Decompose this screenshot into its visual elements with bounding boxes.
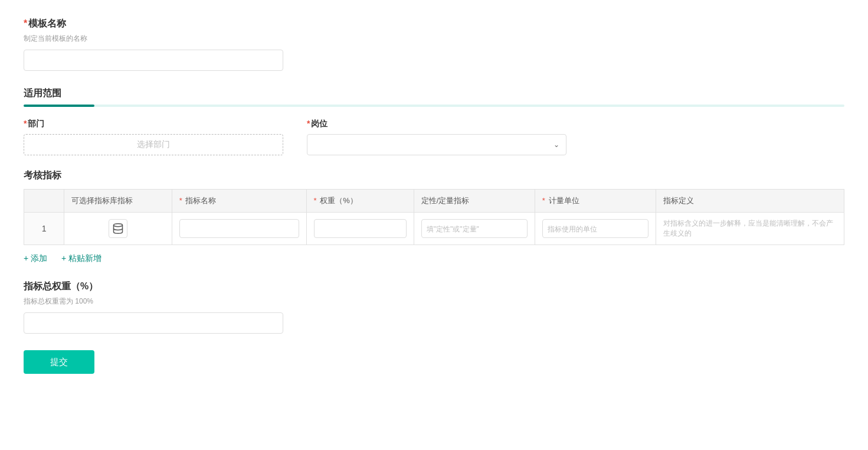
library-icon[interactable]: [109, 219, 127, 238]
add-button[interactable]: + 添加: [24, 253, 47, 264]
position-group: *岗位 ⌄: [307, 119, 566, 155]
definition-placeholder-text: 对指标含义的进一步解释，应当是能清晰理解，不会产生歧义的: [663, 219, 833, 237]
name-cell: [172, 213, 306, 245]
template-name-title: *模板名称: [24, 18, 844, 30]
add-row: + 添加 + 粘贴新增: [24, 253, 844, 264]
department-select-button[interactable]: 选择部门: [24, 134, 283, 155]
scope-title: 适用范围: [24, 87, 61, 102]
kpi-section: 考核指标 可选择指标库指标 * 指标名称 * 权重（%） 定性/定量指标: [24, 169, 844, 264]
submit-button[interactable]: 提交: [24, 350, 94, 374]
col-header-num: [24, 190, 64, 213]
template-name-input[interactable]: [24, 50, 283, 71]
kpi-table-header-row: 可选择指标库指标 * 指标名称 * 权重（%） 定性/定量指标 * 计量单位: [24, 190, 844, 213]
template-name-required: *: [24, 18, 27, 28]
definition-cell: 对指标含义的进一步解释，应当是能清晰理解，不会产生歧义的: [656, 213, 844, 245]
weight-hint: 指标总权重需为 100%: [24, 296, 844, 306]
scope-title-row: 适用范围: [24, 87, 844, 102]
pos-required: *: [307, 119, 310, 128]
department-label: *部门: [24, 119, 283, 129]
position-select-wrapper: ⌄: [307, 134, 566, 155]
position-label: *岗位: [307, 119, 566, 129]
paste-add-button[interactable]: + 粘贴新增: [61, 253, 101, 264]
library-icon-cell: [64, 213, 172, 245]
weight-input[interactable]: [314, 219, 407, 238]
scope-divider-active: [24, 105, 94, 107]
dept-required: *: [24, 119, 27, 128]
dept-position-row: *部门 选择部门 *岗位 ⌄: [24, 119, 844, 155]
qualquant-input[interactable]: [421, 219, 528, 238]
row-num-cell: 1: [24, 213, 64, 245]
col-header-definition: 指标定义: [656, 190, 844, 213]
table-row: 1: [24, 213, 844, 245]
scope-divider: [24, 105, 844, 107]
kpi-title: 考核指标: [24, 169, 844, 182]
col-header-unit: * 计量单位: [535, 190, 656, 213]
page-container: *模板名称 制定当前模板的名称 适用范围 *部门 选择部门: [0, 0, 868, 450]
template-name-section: *模板名称 制定当前模板的名称: [24, 18, 844, 71]
weight-title: 指标总权重（%）: [24, 281, 844, 293]
scope-section: 适用范围 *部门 选择部门 *岗位: [24, 87, 844, 155]
kpi-table-body: 1: [24, 213, 844, 245]
total-weight-input[interactable]: [24, 312, 283, 334]
unit-input[interactable]: [542, 219, 648, 238]
kpi-table: 可选择指标库指标 * 指标名称 * 权重（%） 定性/定量指标 * 计量单位: [24, 189, 844, 245]
qualquant-cell: [414, 213, 535, 245]
col-header-name: * 指标名称: [172, 190, 306, 213]
col-header-weight: * 权重（%）: [306, 190, 414, 213]
weight-section: 指标总权重（%） 指标总权重需为 100%: [24, 281, 844, 334]
template-name-hint: 制定当前模板的名称: [24, 34, 844, 44]
department-group: *部门 选择部门: [24, 119, 283, 155]
col-header-qualquant: 定性/定量指标: [414, 190, 535, 213]
col-header-library: 可选择指标库指标: [64, 190, 172, 213]
weight-cell: [306, 213, 414, 245]
unit-cell: [535, 213, 656, 245]
name-input[interactable]: [179, 219, 299, 238]
position-select[interactable]: [307, 134, 566, 155]
svg-point-0: [114, 224, 123, 227]
